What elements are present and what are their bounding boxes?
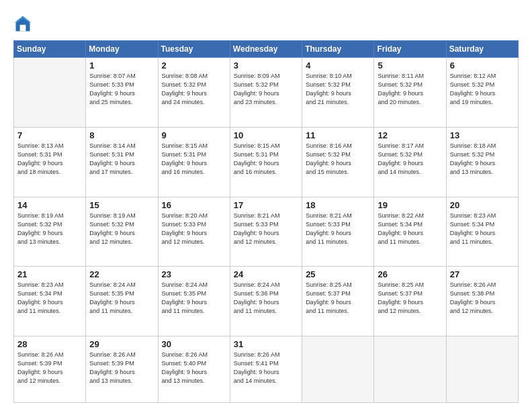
day-1: 1Sunrise: 8:07 AM Sunset: 5:33 PM Daylig… — [86, 58, 158, 128]
day-info: Sunrise: 8:26 AM Sunset: 5:41 PM Dayligh… — [234, 351, 298, 385]
day-info: Sunrise: 8:23 AM Sunset: 5:34 PM Dayligh… — [17, 281, 82, 316]
weekday-monday: Monday — [86, 41, 158, 58]
day-number: 30 — [162, 339, 226, 349]
logo — [13, 15, 35, 34]
day-25: 25Sunrise: 8:25 AM Sunset: 5:37 PM Dayli… — [302, 267, 374, 336]
day-info: Sunrise: 8:11 AM Sunset: 5:32 PM Dayligh… — [378, 72, 442, 107]
day-number: 6 — [450, 60, 515, 71]
day-18: 18Sunrise: 8:21 AM Sunset: 5:33 PM Dayli… — [302, 197, 374, 267]
day-number: 9 — [162, 130, 226, 140]
day-11: 11Sunrise: 8:16 AM Sunset: 5:32 PM Dayli… — [302, 127, 374, 197]
day-14: 14Sunrise: 8:19 AM Sunset: 5:32 PM Dayli… — [14, 197, 86, 267]
logo-icon — [13, 15, 32, 34]
weekday-header-row: SundayMondayTuesdayWednesdayThursdayFrid… — [14, 41, 519, 58]
day-number: 14 — [17, 200, 82, 210]
empty-cell — [446, 336, 518, 403]
weekday-sunday: Sunday — [14, 41, 86, 58]
day-7: 7Sunrise: 8:13 AM Sunset: 5:31 PM Daylig… — [14, 127, 86, 197]
day-22: 22Sunrise: 8:24 AM Sunset: 5:35 PM Dayli… — [86, 267, 158, 336]
day-17: 17Sunrise: 8:21 AM Sunset: 5:33 PM Dayli… — [230, 197, 302, 267]
day-30: 30Sunrise: 8:26 AM Sunset: 5:40 PM Dayli… — [158, 336, 230, 403]
day-19: 19Sunrise: 8:22 AM Sunset: 5:34 PM Dayli… — [374, 197, 446, 267]
day-number: 22 — [89, 269, 154, 279]
svg-rect-2 — [20, 25, 26, 32]
day-16: 16Sunrise: 8:20 AM Sunset: 5:33 PM Dayli… — [158, 197, 230, 267]
day-number: 2 — [162, 60, 226, 71]
day-info: Sunrise: 8:26 AM Sunset: 5:39 PM Dayligh… — [89, 351, 154, 385]
day-number: 16 — [162, 200, 226, 210]
day-8: 8Sunrise: 8:14 AM Sunset: 5:31 PM Daylig… — [86, 127, 158, 197]
day-number: 17 — [234, 200, 298, 210]
day-number: 25 — [306, 269, 370, 279]
week-row-1: 1Sunrise: 8:07 AM Sunset: 5:33 PM Daylig… — [14, 58, 519, 128]
empty-cell — [302, 336, 374, 403]
day-info: Sunrise: 8:15 AM Sunset: 5:31 PM Dayligh… — [234, 142, 298, 177]
day-number: 31 — [234, 339, 298, 349]
day-20: 20Sunrise: 8:23 AM Sunset: 5:34 PM Dayli… — [446, 197, 518, 267]
day-info: Sunrise: 8:08 AM Sunset: 5:32 PM Dayligh… — [162, 72, 226, 107]
day-number: 8 — [89, 130, 154, 140]
day-6: 6Sunrise: 8:12 AM Sunset: 5:32 PM Daylig… — [446, 58, 518, 128]
day-number: 24 — [234, 269, 298, 279]
day-number: 27 — [450, 269, 515, 279]
weekday-tuesday: Tuesday — [158, 41, 230, 58]
weekday-saturday: Saturday — [446, 41, 518, 58]
day-info: Sunrise: 8:26 AM Sunset: 5:40 PM Dayligh… — [162, 351, 226, 385]
day-number: 28 — [17, 339, 82, 349]
calendar-table: SundayMondayTuesdayWednesdayThursdayFrid… — [13, 40, 519, 403]
weekday-thursday: Thursday — [302, 41, 374, 58]
day-info: Sunrise: 8:09 AM Sunset: 5:32 PM Dayligh… — [234, 72, 298, 107]
day-number: 10 — [234, 130, 298, 140]
day-number: 13 — [450, 130, 515, 140]
day-info: Sunrise: 8:15 AM Sunset: 5:31 PM Dayligh… — [162, 142, 226, 177]
day-info: Sunrise: 8:25 AM Sunset: 5:37 PM Dayligh… — [378, 281, 442, 316]
weekday-friday: Friday — [374, 41, 446, 58]
header — [13, 12, 519, 34]
day-number: 21 — [17, 269, 82, 279]
day-29: 29Sunrise: 8:26 AM Sunset: 5:39 PM Dayli… — [86, 336, 158, 403]
day-info: Sunrise: 8:16 AM Sunset: 5:32 PM Dayligh… — [306, 142, 370, 177]
day-info: Sunrise: 8:19 AM Sunset: 5:32 PM Dayligh… — [17, 212, 82, 246]
day-24: 24Sunrise: 8:24 AM Sunset: 5:36 PM Dayli… — [230, 267, 302, 336]
day-number: 1 — [89, 60, 154, 71]
day-number: 12 — [378, 130, 442, 140]
day-number: 7 — [17, 130, 82, 140]
day-number: 26 — [378, 269, 442, 279]
day-number: 23 — [162, 269, 226, 279]
week-row-5: 28Sunrise: 8:26 AM Sunset: 5:39 PM Dayli… — [14, 336, 519, 403]
week-row-4: 21Sunrise: 8:23 AM Sunset: 5:34 PM Dayli… — [14, 267, 519, 336]
day-4: 4Sunrise: 8:10 AM Sunset: 5:32 PM Daylig… — [302, 58, 374, 128]
day-number: 3 — [234, 60, 298, 71]
day-13: 13Sunrise: 8:18 AM Sunset: 5:32 PM Dayli… — [446, 127, 518, 197]
day-5: 5Sunrise: 8:11 AM Sunset: 5:32 PM Daylig… — [374, 58, 446, 128]
day-number: 29 — [89, 339, 154, 349]
day-26: 26Sunrise: 8:25 AM Sunset: 5:37 PM Dayli… — [374, 267, 446, 336]
day-28: 28Sunrise: 8:26 AM Sunset: 5:39 PM Dayli… — [14, 336, 86, 403]
day-9: 9Sunrise: 8:15 AM Sunset: 5:31 PM Daylig… — [158, 127, 230, 197]
day-info: Sunrise: 8:13 AM Sunset: 5:31 PM Dayligh… — [17, 142, 82, 177]
day-15: 15Sunrise: 8:19 AM Sunset: 5:32 PM Dayli… — [86, 197, 158, 267]
day-info: Sunrise: 8:10 AM Sunset: 5:32 PM Dayligh… — [306, 72, 370, 107]
empty-cell — [374, 336, 446, 403]
day-number: 5 — [378, 60, 442, 71]
day-12: 12Sunrise: 8:17 AM Sunset: 5:32 PM Dayli… — [374, 127, 446, 197]
weekday-wednesday: Wednesday — [230, 41, 302, 58]
day-info: Sunrise: 8:12 AM Sunset: 5:32 PM Dayligh… — [450, 72, 515, 107]
day-number: 20 — [450, 200, 515, 210]
day-info: Sunrise: 8:21 AM Sunset: 5:33 PM Dayligh… — [306, 212, 370, 246]
day-23: 23Sunrise: 8:24 AM Sunset: 5:35 PM Dayli… — [158, 267, 230, 336]
day-31: 31Sunrise: 8:26 AM Sunset: 5:41 PM Dayli… — [230, 336, 302, 403]
week-row-2: 7Sunrise: 8:13 AM Sunset: 5:31 PM Daylig… — [14, 127, 519, 197]
day-3: 3Sunrise: 8:09 AM Sunset: 5:32 PM Daylig… — [230, 58, 302, 128]
day-27: 27Sunrise: 8:26 AM Sunset: 5:38 PM Dayli… — [446, 267, 518, 336]
empty-cell — [14, 58, 86, 128]
day-number: 15 — [89, 200, 154, 210]
day-info: Sunrise: 8:17 AM Sunset: 5:32 PM Dayligh… — [378, 142, 442, 177]
day-info: Sunrise: 8:07 AM Sunset: 5:33 PM Dayligh… — [89, 72, 154, 107]
day-info: Sunrise: 8:14 AM Sunset: 5:31 PM Dayligh… — [89, 142, 154, 177]
day-info: Sunrise: 8:24 AM Sunset: 5:36 PM Dayligh… — [234, 281, 298, 316]
week-row-3: 14Sunrise: 8:19 AM Sunset: 5:32 PM Dayli… — [14, 197, 519, 267]
day-10: 10Sunrise: 8:15 AM Sunset: 5:31 PM Dayli… — [230, 127, 302, 197]
day-info: Sunrise: 8:24 AM Sunset: 5:35 PM Dayligh… — [89, 281, 154, 316]
day-21: 21Sunrise: 8:23 AM Sunset: 5:34 PM Dayli… — [14, 267, 86, 336]
